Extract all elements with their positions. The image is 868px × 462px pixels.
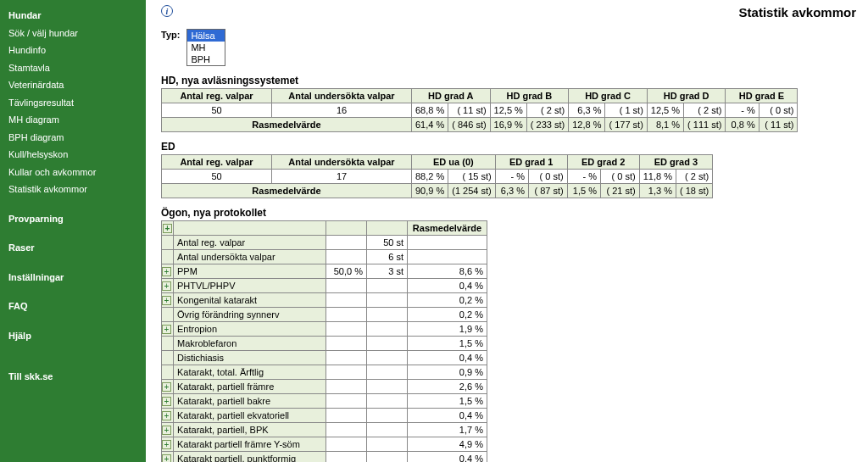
plus-icon[interactable]: + bbox=[162, 382, 171, 392]
eye-v2 bbox=[367, 365, 408, 380]
eye-th-v1 bbox=[326, 221, 367, 236]
eye-row: Antal undersökta valpar6 st bbox=[162, 250, 487, 264]
eye-name: Kongenital katarakt bbox=[174, 293, 326, 308]
eye-name: Entropion bbox=[174, 322, 326, 337]
ed-med-0-p: 90,9 % bbox=[412, 184, 448, 198]
ed-2-p: - % bbox=[567, 170, 600, 184]
eye-v1 bbox=[326, 380, 367, 394]
eye-v2 bbox=[367, 394, 408, 409]
plus-icon[interactable]: + bbox=[162, 397, 171, 406]
eye-expand-cell bbox=[162, 351, 174, 365]
plus-icon[interactable]: + bbox=[163, 224, 172, 233]
eye-th-empty bbox=[174, 221, 326, 236]
eye-v2 bbox=[367, 380, 408, 394]
eye-name: Katarakt partiell främre Y-söm bbox=[174, 437, 326, 452]
ed-table: Antal reg. valpar Antal undersökta valpa… bbox=[161, 154, 713, 198]
plus-icon[interactable]: + bbox=[162, 281, 171, 291]
sidebar-item[interactable]: Kullar och avkommor bbox=[0, 164, 146, 181]
typ-option[interactable]: Hälsa bbox=[187, 30, 225, 42]
sidebar-item[interactable]: Statistik avkommor bbox=[0, 181, 146, 198]
hd-med-d-s: ( 111 st) bbox=[684, 118, 726, 132]
eye-expand-cell[interactable]: + bbox=[162, 264, 174, 279]
eye-th-med: Rasmedelvärde bbox=[408, 221, 487, 236]
eye-name: Distichiasis bbox=[174, 351, 326, 365]
eye-expand-all[interactable]: + bbox=[162, 221, 174, 236]
eye-expand-cell[interactable]: + bbox=[162, 322, 174, 337]
sidebar-item[interactable]: Stamtavla bbox=[0, 59, 146, 77]
eye-med: 4,9 % bbox=[408, 437, 487, 452]
sidebar-item[interactable]: MH diagram bbox=[0, 111, 146, 129]
eye-expand-cell[interactable]: + bbox=[162, 452, 174, 463]
eye-expand-cell[interactable]: + bbox=[162, 409, 174, 423]
typ-dropdown[interactable]: HälsaMHBPH bbox=[186, 29, 225, 66]
eye-expand-cell[interactable]: + bbox=[162, 279, 174, 293]
hd-table: Antal reg. valpar Antal undersökta valpa… bbox=[161, 88, 798, 132]
eye-v1 bbox=[326, 279, 367, 293]
ed-med-1-p: 6,3 % bbox=[495, 184, 528, 198]
sidebar-item[interactable]: Hjälp bbox=[0, 327, 146, 345]
sidebar-item[interactable]: Provparning bbox=[0, 210, 146, 228]
eye-expand-cell[interactable]: + bbox=[162, 293, 174, 308]
eye-row: +Katarakt, partiell bakre1,5 % bbox=[162, 394, 487, 409]
eye-med bbox=[408, 250, 487, 264]
eye-expand-cell[interactable]: + bbox=[162, 423, 174, 437]
ed-med-3-s: ( 18 st) bbox=[676, 184, 712, 198]
sidebar-item[interactable]: BPH diagram bbox=[0, 129, 146, 147]
hd-d-p: 12,5 % bbox=[647, 103, 683, 118]
typ-option[interactable]: BPH bbox=[187, 53, 225, 65]
hd-med-row: Rasmedelvärde 61,4 %( 846 st) 16,9 %( 23… bbox=[162, 118, 798, 132]
ed-med-0-s: (1 254 st) bbox=[448, 184, 495, 198]
hd-med-e-s: ( 11 st) bbox=[759, 118, 798, 132]
eye-v2 bbox=[367, 409, 408, 423]
ed-reg: 50 bbox=[162, 170, 272, 184]
plus-icon[interactable]: + bbox=[162, 325, 171, 334]
plus-icon[interactable]: + bbox=[162, 440, 171, 449]
ed-3-p: 11,8 % bbox=[639, 170, 676, 184]
hd-und: 16 bbox=[272, 103, 412, 118]
sidebar-item[interactable]: Inställningar bbox=[0, 269, 146, 287]
eye-v1 bbox=[326, 394, 367, 409]
hd-d-s: ( 2 st) bbox=[684, 103, 726, 118]
sidebar-item[interactable]: Till skk.se bbox=[0, 368, 146, 386]
hd-reg: 50 bbox=[162, 103, 272, 118]
sidebar-item[interactable]: Hundar bbox=[0, 7, 146, 25]
eye-expand-cell[interactable]: + bbox=[162, 394, 174, 409]
ed-th-2: ED grad 2 bbox=[567, 155, 639, 170]
sidebar-item[interactable]: FAQ bbox=[0, 298, 146, 315]
eye-row: Övrig förändring synnerv0,2 % bbox=[162, 308, 487, 322]
typ-label: Typ: bbox=[161, 29, 180, 40]
plus-icon[interactable]: + bbox=[162, 267, 171, 276]
eye-v2 bbox=[367, 452, 408, 463]
hd-c-s: ( 1 st) bbox=[605, 103, 647, 118]
sidebar-item[interactable]: Hundinfo bbox=[0, 42, 146, 59]
eye-row: Distichiasis0,4 % bbox=[162, 351, 487, 365]
eye-row: Katarakt, total. Ärftlig0,9 % bbox=[162, 365, 487, 380]
plus-icon[interactable]: + bbox=[162, 454, 171, 462]
hd-a-p: 68,8 % bbox=[412, 103, 448, 118]
typ-option[interactable]: MH bbox=[187, 42, 225, 53]
eye-v2: 50 st bbox=[367, 236, 408, 250]
eye-v1 bbox=[326, 365, 367, 380]
plus-icon[interactable]: + bbox=[162, 411, 171, 420]
ed-row: 50 17 88,2 %( 15 st) - %( 0 st) - %( 0 s… bbox=[162, 170, 713, 184]
eye-v1: 50,0 % bbox=[326, 264, 367, 279]
hd-heading: HD, nya avläsningssystemet bbox=[161, 75, 858, 86]
sidebar-item[interactable]: Sök / välj hundar bbox=[0, 25, 146, 42]
plus-icon[interactable]: + bbox=[162, 426, 171, 435]
sidebar-item[interactable]: Veterinärdata bbox=[0, 76, 146, 94]
hd-med-a-p: 61,4 % bbox=[412, 118, 448, 132]
sidebar-item[interactable]: Raser bbox=[0, 239, 146, 257]
eye-med: 0,4 % bbox=[408, 409, 487, 423]
eye-v1 bbox=[326, 337, 367, 351]
eye-v1 bbox=[326, 293, 367, 308]
eye-expand-cell[interactable]: + bbox=[162, 380, 174, 394]
hd-th-d: HD grad D bbox=[647, 89, 726, 103]
hd-a-s: ( 11 st) bbox=[448, 103, 490, 118]
eye-med: 0,4 % bbox=[408, 351, 487, 365]
info-icon[interactable]: i bbox=[161, 5, 173, 17]
ed-med-2-p: 1,5 % bbox=[567, 184, 600, 198]
plus-icon[interactable]: + bbox=[162, 296, 171, 305]
sidebar-item[interactable]: Kull/helsyskon bbox=[0, 146, 146, 164]
sidebar-item[interactable]: Tävlingsresultat bbox=[0, 94, 146, 112]
eye-expand-cell[interactable]: + bbox=[162, 437, 174, 452]
